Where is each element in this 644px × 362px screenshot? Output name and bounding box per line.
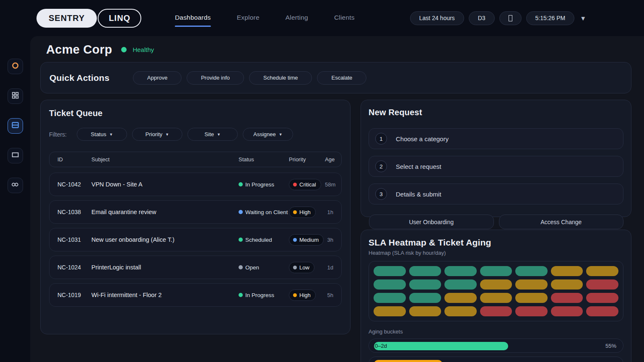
ring-icon <box>11 62 19 71</box>
step-number-badge: 1 <box>375 133 387 145</box>
ticket-status: Open <box>239 264 289 271</box>
nav-tab-explore[interactable]: Explore <box>237 14 260 22</box>
status-dot <box>239 182 243 186</box>
quick-actions-panel: Quick Actions ApproveProvide infoSchedul… <box>40 62 631 93</box>
chevron-down-icon: ▼ <box>109 132 113 137</box>
quick-actions-buttons: ApproveProvide infoSchedule timeEscalate <box>133 71 366 85</box>
ticket-age: 58m <box>325 181 335 188</box>
sidebar-item-ticket-rows[interactable] <box>8 118 23 134</box>
sla-subtitle: Heatmap (SLA risk by hour/day) <box>369 250 623 256</box>
heatmap-cell-mid <box>586 266 618 276</box>
heatmap-cell-high <box>586 306 618 316</box>
filter-priority-dropdown[interactable]: Priority▼ <box>132 128 182 141</box>
ticket-id: NC-1031 <box>57 236 91 243</box>
filter-site-dropdown[interactable]: Site▼ <box>187 128 238 141</box>
chevron-down-icon: ▼ <box>165 132 169 137</box>
heatmap-cell-mid <box>444 306 477 316</box>
missing-glyph-icon <box>509 15 512 21</box>
step-label: Select a request <box>396 163 441 170</box>
aging-bucket-percent: 28% <box>605 357 616 362</box>
status-dot <box>239 210 243 214</box>
filter-label: Assignee <box>253 131 275 137</box>
escalate-button[interactable]: Escalate <box>317 71 366 85</box>
column-header-id: ID <box>57 156 91 163</box>
table-row[interactable]: NC-1031New user onboarding (Alice T.)Sch… <box>49 228 342 251</box>
infinity-icon <box>11 181 19 190</box>
heatmap-cell-low <box>374 293 406 303</box>
column-header-age: Age <box>325 156 335 163</box>
request-step-1[interactable]: 1Choose a category <box>369 128 623 149</box>
chevron-down-icon[interactable]: ▼ <box>580 15 586 22</box>
sidebar-item-infinity[interactable] <box>8 178 23 193</box>
heatmap-cell-low <box>515 266 548 276</box>
priority-dot <box>293 183 297 186</box>
health-status-label: Healthy <box>132 46 154 53</box>
sidebar-item-apps-grid[interactable] <box>8 88 23 104</box>
ticket-rows-icon <box>11 121 19 131</box>
heatmap-cell-mid <box>551 266 583 276</box>
heatmap-cell-mid <box>374 306 406 316</box>
dashboard-id-pill[interactable]: D3 <box>469 11 495 25</box>
aging-buckets-label: Aging buckets <box>369 328 623 335</box>
ticket-age: 1h <box>325 209 333 215</box>
new-request-shortcuts: User OnboardingAccess Change <box>369 215 623 229</box>
request-step-2[interactable]: 2Select a request <box>369 156 623 177</box>
priority-label: Medium <box>299 237 319 243</box>
step-label: Details & submit <box>396 191 441 198</box>
clock-pill[interactable]: 5:15:26 PM <box>526 11 575 25</box>
ticket-subject: Wi-Fi intermittent - Floor 2 <box>91 292 239 298</box>
aging-bucket-row: 0–2d55% <box>369 339 623 353</box>
heatmap-cell-high <box>586 293 618 303</box>
sentry-logo[interactable]: SENTRY <box>36 9 97 28</box>
nav-tab-clients[interactable]: Clients <box>334 14 355 22</box>
status-label: Waiting on Client <box>245 209 288 215</box>
aging-bucket-percent: 55% <box>605 339 616 353</box>
linq-logo[interactable]: LINQ <box>98 9 141 28</box>
priority-badge: High <box>289 290 316 301</box>
ticket-priority-cell: High <box>289 290 325 301</box>
status-dot <box>239 293 243 297</box>
provide-info-button[interactable]: Provide info <box>187 71 244 85</box>
status-label: In Progress <box>245 292 274 298</box>
status-label: In Progress <box>245 181 274 188</box>
filters-label: Filters: <box>49 131 67 138</box>
heatmap-cell-low <box>409 293 441 303</box>
approve-button[interactable]: Approve <box>133 71 182 85</box>
filter-status-dropdown[interactable]: Status▼ <box>77 128 127 141</box>
missing-glyph-pill[interactable] <box>499 11 522 25</box>
quick-actions-title: Quick Actions <box>49 73 133 83</box>
table-row[interactable]: NC-1019Wi-Fi intermittent - Floor 2In Pr… <box>49 283 342 307</box>
top-bar: SENTRY LINQ DashboardsExploreAlertingCli… <box>0 0 644 36</box>
chevron-down-icon: ▼ <box>217 132 221 137</box>
ticket-queue-panel: Ticket Queue Filters: Status▼Priority▼Si… <box>40 100 351 334</box>
status-label: Open <box>245 264 259 271</box>
status-dot <box>239 265 243 269</box>
table-row[interactable]: NC-1038Email quarantine reviewWaiting on… <box>49 200 342 224</box>
nav-tab-alerting[interactable]: Alerting <box>286 14 308 22</box>
new-request-title: New Request <box>369 108 623 117</box>
table-row[interactable]: NC-1024PrinterLogic installOpenLow1d <box>49 256 342 279</box>
user-onboarding-button[interactable]: User Onboarding <box>369 215 494 229</box>
sidebar-item-ring[interactable] <box>8 59 23 74</box>
filter-label: Status <box>91 131 106 137</box>
request-step-3[interactable]: 3Details & submit <box>369 184 623 204</box>
ticket-age: 5h <box>325 292 333 298</box>
filter-dropdowns: Status▼Priority▼Site▼Assignee▼ <box>77 128 298 141</box>
heatmap-cell-low <box>374 279 406 290</box>
schedule-time-button[interactable]: Schedule time <box>249 71 312 85</box>
table-row[interactable]: NC-1042VPN Down - Site AIn ProgressCriti… <box>49 173 342 196</box>
ticket-status: Scheduled <box>239 237 289 243</box>
aging-buckets: 0–2d55%3–7d28% <box>369 339 623 362</box>
time-range-pill[interactable]: Last 24 hours <box>410 11 464 25</box>
filter-assignee-dropdown[interactable]: Assignee▼ <box>243 128 293 141</box>
heatmap-cell-high <box>551 306 583 316</box>
sla-panel: SLA Heatmap & Ticket Aging Heatmap (SLA … <box>361 230 631 362</box>
ticket-subject: VPN Down - Site A <box>91 181 239 188</box>
access-change-button[interactable]: Access Change <box>499 215 624 229</box>
nav-tab-dashboards[interactable]: Dashboards <box>175 14 211 22</box>
priority-label: Low <box>299 264 309 271</box>
ticket-age: 3h <box>325 237 333 243</box>
sidebar-item-window[interactable] <box>8 148 23 163</box>
heatmap-cell-mid <box>515 293 548 303</box>
priority-badge: Low <box>289 262 314 273</box>
